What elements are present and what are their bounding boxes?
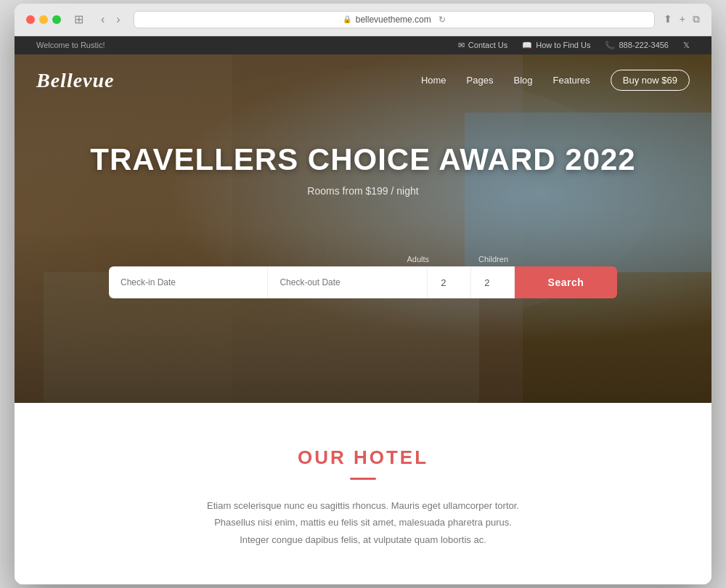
- window-controls: [26, 15, 61, 24]
- grid-icon[interactable]: ⊞: [70, 11, 88, 28]
- maximize-button[interactable]: [52, 15, 61, 24]
- adults-input[interactable]: [428, 266, 471, 298]
- phone-icon: 📞: [605, 41, 615, 50]
- phone-link[interactable]: 📞 888-222-3456: [605, 41, 669, 50]
- forward-button[interactable]: ›: [112, 12, 124, 28]
- twitter-icon: 𝕏: [683, 41, 690, 50]
- hotel-description: Etiam scelerisque nunc eu sagittis rhonc…: [182, 497, 544, 548]
- search-form: Search: [109, 266, 617, 298]
- hero-section: Bellevue Home Pages Blog Features Buy no…: [15, 54, 711, 403]
- browser-chrome: ⊞ ‹ › 🔒 bellevuetheme.com ↻ ⬆ + ⧉: [15, 4, 711, 36]
- nav-features[interactable]: Features: [553, 75, 590, 86]
- back-button[interactable]: ‹: [97, 12, 109, 28]
- hotel-desc-line1: Etiam scelerisque nunc eu sagittis rhonc…: [207, 500, 519, 511]
- website-content: Welcome to Rustic! ✉ Contact Us 📖 How to…: [15, 36, 711, 584]
- nav-links: Home Pages Blog Features Buy now $69: [421, 70, 690, 91]
- checkout-input[interactable]: [268, 266, 427, 298]
- contact-us-link[interactable]: ✉ Contact Us: [458, 41, 507, 50]
- map-icon: 📖: [522, 41, 532, 50]
- nav-pages[interactable]: Pages: [467, 75, 494, 86]
- envelope-icon: ✉: [458, 41, 465, 50]
- browser-actions: ⬆ + ⧉: [664, 13, 700, 25]
- find-label: How to Find Us: [536, 41, 590, 49]
- checkin-input[interactable]: [109, 266, 268, 298]
- buy-now-button[interactable]: Buy now $69: [611, 70, 690, 91]
- nav-blog[interactable]: Blog: [513, 75, 532, 86]
- hotel-desc-line3: Integer congue dapibus felis, at vulputa…: [240, 534, 486, 545]
- share-icon[interactable]: ⬆: [664, 13, 672, 25]
- close-button[interactable]: [26, 15, 35, 24]
- reload-icon[interactable]: ↻: [439, 15, 446, 25]
- contact-label: Contact Us: [468, 41, 507, 49]
- welcome-text: Welcome to Rustic!: [36, 41, 105, 49]
- search-form-container: Adults Children Search: [15, 255, 711, 298]
- browser-window: ⊞ ‹ › 🔒 bellevuetheme.com ↻ ⬆ + ⧉ Welcom…: [15, 4, 711, 584]
- tabs-icon[interactable]: ⧉: [693, 13, 700, 25]
- children-input[interactable]: [471, 266, 515, 298]
- hero-content: TRAVELLERS CHOICE AWARD 2022 Rooms from …: [15, 107, 711, 255]
- top-bar-right: ✉ Contact Us 📖 How to Find Us 📞 888-222-…: [458, 41, 690, 50]
- search-labels: Adults Children: [36, 255, 690, 264]
- url-text: bellevuetheme.com: [356, 15, 431, 25]
- site-logo[interactable]: Bellevue: [36, 69, 115, 92]
- hotel-section: OUR HOTEL Etiam scelerisque nunc eu sagi…: [15, 403, 711, 584]
- hero-title: TRAVELLERS CHOICE AWARD 2022: [36, 143, 690, 176]
- adults-label: Adults: [407, 255, 429, 264]
- address-bar[interactable]: 🔒 bellevuetheme.com ↻: [134, 11, 655, 28]
- phone-number: 888-222-3456: [619, 41, 669, 49]
- minimize-button[interactable]: [39, 15, 48, 24]
- hotel-section-title: OUR HOTEL: [36, 446, 690, 469]
- nav-home[interactable]: Home: [421, 75, 446, 86]
- children-label: Children: [478, 255, 508, 264]
- hotel-desc-line2: Phasellus nisi enim, mattis eu felis sit…: [214, 517, 512, 528]
- lock-icon: 🔒: [343, 15, 351, 23]
- top-bar: Welcome to Rustic! ✉ Contact Us 📖 How to…: [15, 36, 711, 54]
- twitter-link[interactable]: 𝕏: [683, 41, 690, 50]
- browser-nav: ‹ ›: [97, 12, 125, 28]
- search-button[interactable]: Search: [515, 266, 617, 298]
- main-nav: Bellevue Home Pages Blog Features Buy no…: [15, 54, 711, 107]
- find-us-link[interactable]: 📖 How to Find Us: [522, 41, 590, 50]
- new-tab-icon[interactable]: +: [680, 13, 685, 25]
- hero-subtitle: Rooms from $199 / night: [36, 185, 690, 197]
- section-divider: [350, 478, 376, 480]
